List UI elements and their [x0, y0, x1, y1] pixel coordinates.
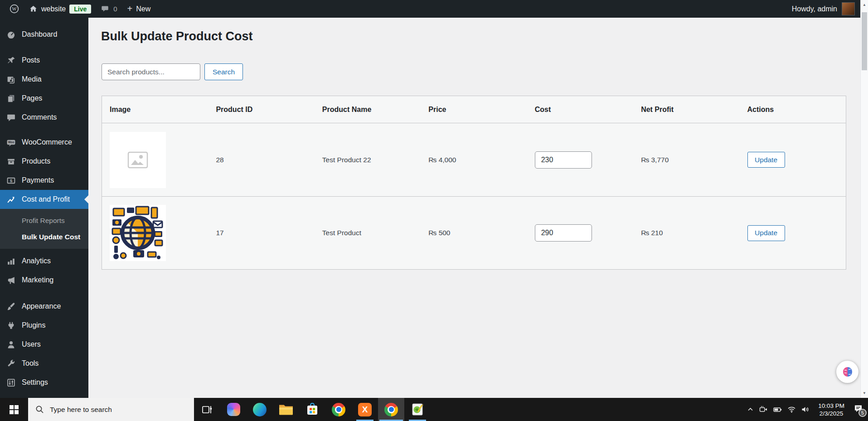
- update-button-row-2[interactable]: Update: [747, 225, 785, 241]
- live-badge[interactable]: Live: [69, 5, 91, 14]
- svg-text:Woo: Woo: [8, 140, 14, 144]
- sidebar-item-media[interactable]: Media: [0, 70, 88, 89]
- microsoft-store-button[interactable]: [299, 398, 325, 421]
- sidebar-label: Settings: [22, 378, 48, 387]
- pages-icon: [6, 93, 16, 103]
- profit-chart-icon: [6, 194, 16, 204]
- wordpress-logo-icon: W: [10, 4, 19, 14]
- sidebar-label: Posts: [22, 56, 40, 64]
- update-button-row-1[interactable]: Update: [747, 152, 785, 168]
- megaphone-icon: [6, 275, 16, 285]
- submenu-item-bulk-update-cost[interactable]: Bulk Update Cost: [0, 229, 88, 245]
- cost-input-row-1[interactable]: [535, 151, 592, 169]
- sidebar-label: Cost and Profit: [22, 195, 70, 203]
- copilot-button[interactable]: [220, 398, 247, 421]
- plug-icon: [6, 320, 16, 330]
- image-placeholder-icon: [127, 150, 148, 170]
- cost-input-row-2[interactable]: [535, 224, 592, 242]
- table-row-1-product-id: 28: [208, 123, 314, 196]
- task-view-icon: [201, 404, 213, 415]
- cost-and-profit-submenu: Profit Reports Bulk Update Cost: [0, 209, 88, 249]
- table-row-2-net-profit: ₨ 210: [633, 196, 739, 269]
- copilot-icon: [227, 403, 240, 416]
- sidebar-item-appearance[interactable]: Appearance: [0, 297, 88, 316]
- product-search-input[interactable]: [102, 63, 200, 80]
- scrollbar-up-arrow[interactable]: ▲: [861, 1, 868, 9]
- xampp-button[interactable]: X: [352, 398, 378, 421]
- scrollbar-thumb[interactable]: [862, 12, 867, 70]
- col-header-product-id: Product ID: [208, 96, 314, 123]
- search-icon: [35, 405, 44, 414]
- action-center-button[interactable]: 5: [853, 404, 863, 415]
- taskbar-clock[interactable]: 10:03 PM 2/3/2025: [818, 402, 844, 417]
- comments-link[interactable]: 0: [96, 0, 122, 18]
- bar-chart-icon: [6, 256, 16, 266]
- sidebar-item-posts[interactable]: Posts: [0, 51, 88, 70]
- globe-product-image: [110, 205, 166, 261]
- task-view-button[interactable]: [194, 398, 220, 421]
- account-menu[interactable]: Howdy, admin: [792, 0, 860, 18]
- xampp-icon: X: [358, 403, 372, 416]
- assistant-floating-button[interactable]: [836, 361, 858, 383]
- sidebar-item-products[interactable]: Products: [0, 152, 88, 171]
- table-row-1-product-name: Test Product 22: [315, 123, 421, 196]
- file-explorer-button[interactable]: [273, 398, 299, 421]
- user-icon: [6, 339, 16, 349]
- sidebar-item-tools[interactable]: Tools: [0, 354, 88, 373]
- comment-bubble-icon: [101, 5, 110, 13]
- sidebar-item-settings[interactable]: Settings: [0, 373, 88, 392]
- search-button[interactable]: Search: [204, 63, 243, 80]
- tray-camera-icon[interactable]: [759, 406, 768, 413]
- tray-wifi-icon[interactable]: [787, 406, 796, 413]
- tray-volume-icon[interactable]: [801, 406, 810, 413]
- site-name-link[interactable]: website Live: [24, 0, 96, 18]
- sidebar-item-analytics[interactable]: Analytics: [0, 252, 88, 271]
- submenu-item-profit-reports[interactable]: Profit Reports: [0, 213, 88, 229]
- scrollbar-down-arrow[interactable]: ▼: [861, 389, 868, 397]
- sidebar-item-cost-and-profit[interactable]: Cost and Profit: [0, 190, 88, 209]
- taskbar-search-box[interactable]: Type here to search: [28, 398, 194, 421]
- file-explorer-icon: [279, 403, 293, 416]
- sidebar-item-dashboard[interactable]: Dashboard: [0, 25, 88, 44]
- product-search-bar: Search: [102, 63, 860, 80]
- sidebar-item-marketing[interactable]: Marketing: [0, 271, 88, 290]
- products-table: Image Product ID Product Name Price Cost…: [102, 96, 846, 270]
- chrome-button[interactable]: [325, 398, 352, 421]
- start-button[interactable]: [0, 398, 28, 421]
- sidebar-item-pages[interactable]: Pages: [0, 89, 88, 108]
- table-row-1-image-cell: [102, 123, 208, 196]
- table-row-2-product-name: Test Product: [315, 196, 421, 269]
- products-box-icon: [6, 156, 16, 166]
- pinned-apps: X: [194, 398, 431, 421]
- new-label: New: [136, 5, 150, 13]
- product-image-placeholder: [110, 132, 166, 188]
- clock-date: 2/3/2025: [818, 410, 844, 417]
- tray-battery-icon[interactable]: [773, 406, 782, 413]
- howdy-text: Howdy, admin: [792, 5, 837, 13]
- browser-scrollbar[interactable]: ▲ ▼: [860, 0, 868, 398]
- table-row-2-product-id: 17: [208, 196, 314, 269]
- woocommerce-icon: Woo: [6, 137, 16, 147]
- windows-logo-icon: [10, 405, 19, 414]
- col-header-image: Image: [102, 96, 208, 123]
- wp-admin-bar: W website Live 0 + New Howdy, admin: [0, 0, 860, 18]
- new-content-button[interactable]: + New: [122, 0, 156, 18]
- tray-chevron-up-icon[interactable]: [747, 406, 754, 413]
- notepad-plus-plus-button[interactable]: [404, 398, 431, 421]
- sidebar-label: Pages: [22, 94, 42, 102]
- edge-button[interactable]: [247, 398, 273, 421]
- sidebar-item-payments[interactable]: $ Payments: [0, 171, 88, 190]
- table-row-2-image-cell: [102, 196, 208, 269]
- sidebar-item-users[interactable]: Users: [0, 335, 88, 354]
- sidebar-item-comments[interactable]: Comments: [0, 108, 88, 127]
- chrome-active-button[interactable]: [378, 398, 404, 421]
- wordpress-logo-menu[interactable]: W: [5, 0, 24, 18]
- chrome-icon: [332, 403, 345, 416]
- sidebar-label: Dashboard: [22, 30, 57, 39]
- col-header-price: Price: [421, 96, 527, 123]
- sidebar-item-plugins[interactable]: Plugins: [0, 316, 88, 335]
- table-row-1-cost-cell: [527, 123, 633, 196]
- wrench-icon: [6, 358, 16, 368]
- sidebar-item-woocommerce[interactable]: Woo WooCommerce: [0, 133, 88, 152]
- table-row-2-cost-cell: [527, 196, 633, 269]
